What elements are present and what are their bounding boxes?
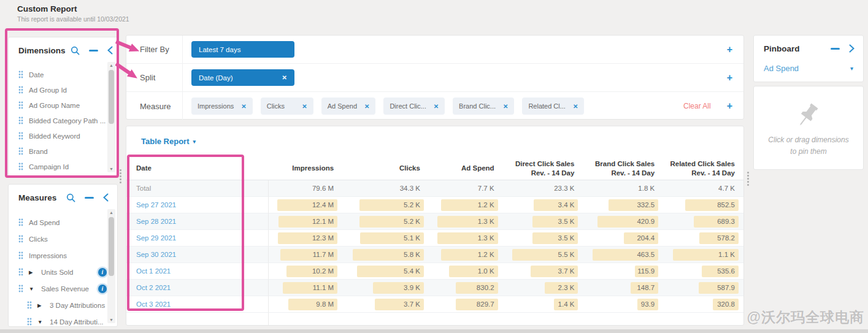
collapse-icon[interactable] [89,50,98,52]
table-row-date-cell[interactable]: Sep 28 2021 [126,213,268,230]
expander-collapsed-icon[interactable]: ▶ [37,302,44,308]
table-cell: 689.3 [663,213,743,230]
filter-chip[interactable]: Impressions✕ [191,98,253,115]
measure-item-label: 3 Day Attributions [50,302,105,309]
filter-chip[interactable]: Brand Clic...✕ [453,98,514,115]
scrollbar-thumb[interactable] [109,70,114,124]
scroll-down-icon[interactable]: ▼ [107,166,115,172]
drag-handle-icon[interactable] [18,163,23,170]
dimension-item-label: Campaign Id [29,163,69,170]
add-icon[interactable]: + [727,44,732,55]
panel-resize-handle[interactable] [747,172,749,186]
date-link[interactable]: Oct 3 2021 [136,300,171,308]
cell-value: 7.7 K [478,185,494,192]
close-icon[interactable]: ✕ [364,103,369,110]
measure-item[interactable]: ▼Sales Revenuei [9,280,117,297]
empty-cell [583,313,663,325]
drag-handle-icon[interactable] [18,86,23,94]
filter-chip[interactable]: Latest 7 days [191,41,294,58]
date-link[interactable]: Sep 29 2021 [136,234,176,242]
table-report-label: Table Report [141,137,190,146]
chevron-left-icon[interactable] [103,193,109,202]
drag-handle-icon[interactable] [18,235,23,243]
filter-chip[interactable]: Clicks✕ [261,98,313,115]
drag-handle-icon[interactable] [18,117,23,124]
dimension-item[interactable]: Ad Group Id [9,82,117,98]
dimension-item[interactable]: Bidded Category Path ... [9,113,117,128]
cell-value: 1.2 K [478,251,494,258]
measure-item[interactable]: ▼14 Day Attributi... [9,313,117,330]
filter-chip[interactable]: Direct Clic...✕ [383,98,445,115]
table-row-date-cell[interactable]: Sep 27 2021 [126,197,268,213]
date-link[interactable]: Oct 2 2021 [136,284,171,291]
close-icon[interactable]: ✕ [302,103,307,110]
pinboard-measure-select[interactable]: Ad Spend ▾ [754,64,863,73]
expander-expanded-icon[interactable]: ▼ [37,319,44,325]
scroll-up-icon[interactable]: ▲ [107,209,115,216]
expander-collapsed-icon[interactable]: ▶ [29,269,36,275]
date-link[interactable]: Sep 30 2021 [136,251,176,258]
cell-value: 10.2 M [312,267,334,275]
scrollbar-thumb[interactable] [109,217,114,276]
add-icon[interactable]: + [727,72,732,83]
table-cell: 3.5 K [503,213,583,230]
dimension-item[interactable]: Brand [9,144,117,159]
search-icon[interactable] [71,46,80,55]
drag-handle-icon[interactable] [18,285,23,293]
expander-expanded-icon[interactable]: ▼ [29,286,36,292]
table-row-date-cell[interactable]: Sep 29 2021 [126,230,268,247]
info-icon[interactable]: i [98,285,107,293]
table-row-date-cell[interactable]: Oct 3 2021 [126,296,268,313]
drag-handle-icon[interactable] [18,268,23,276]
close-icon[interactable]: ✕ [282,74,287,81]
drag-handle-icon[interactable] [27,318,32,326]
scroll-down-icon[interactable]: ▼ [107,316,115,323]
chevron-right-icon[interactable] [849,44,855,53]
table-row-date-cell[interactable]: Oct 2 2021 [126,280,268,296]
dimension-item[interactable]: Bidded Keyword [9,128,117,144]
drag-handle-icon[interactable] [18,71,23,78]
date-link[interactable]: Oct 1 2021 [136,267,171,275]
drag-handle-icon[interactable] [18,218,23,226]
drag-handle-icon[interactable] [18,132,23,140]
dimension-item[interactable]: Date [9,67,117,82]
info-icon[interactable]: i [98,268,107,277]
add-icon[interactable]: + [727,101,732,112]
clear-all-button[interactable]: Clear All [683,102,711,110]
chevron-left-icon[interactable] [107,46,113,55]
drag-handle-icon[interactable] [18,251,23,259]
measure-item[interactable]: ▶Units Soldi [9,264,117,280]
measures-scrollbar[interactable]: ▲ ▼ [107,209,115,323]
table-row-date-cell[interactable]: Sep 30 2021 [126,247,268,263]
measure-item[interactable]: Ad Spend [9,214,117,231]
table-row-date-cell[interactable]: Oct 1 2021 [126,263,268,280]
collapse-icon[interactable] [85,197,94,199]
close-icon[interactable]: ✕ [573,103,578,110]
drag-handle-icon[interactable] [18,101,23,109]
filter-chip[interactable]: Date (Day)✕ [191,69,294,86]
close-icon[interactable]: ✕ [503,103,508,110]
search-icon[interactable] [66,193,75,202]
scroll-up-icon[interactable]: ▲ [107,62,115,69]
measure-item[interactable]: Impressions [9,247,117,264]
filter-chip[interactable]: Related Cl...✕ [522,98,584,115]
dimension-item[interactable]: Campaign Id [9,159,117,174]
cell-value: 830.2 [477,284,494,291]
dimension-item[interactable]: Ad Group Name [9,98,117,113]
close-icon[interactable]: ✕ [434,103,439,110]
collapse-icon[interactable] [831,48,840,50]
date-link[interactable]: Sep 28 2021 [136,218,176,225]
drag-handle-icon[interactable] [18,147,23,155]
table-report-dropdown[interactable]: Table Report ▾ [141,137,196,146]
table-cell: 3.4 K [503,197,583,213]
pinboard-header-card: Pinboard Ad Spend ▾ [753,35,864,82]
dimensions-scrollbar[interactable]: ▲ ▼ [107,62,115,172]
date-link[interactable]: Sep 27 2021 [136,201,176,209]
measure-item[interactable]: ▶3 Day Attributions [9,297,117,313]
filter-chip[interactable]: Ad Spend✕ [321,98,376,115]
measure-item[interactable]: Clicks [9,231,117,247]
drag-handle-icon[interactable] [27,301,32,309]
close-icon[interactable]: ✕ [241,103,246,110]
cell-value: 204.4 [637,234,655,242]
panel-resize-handle[interactable] [120,169,121,183]
